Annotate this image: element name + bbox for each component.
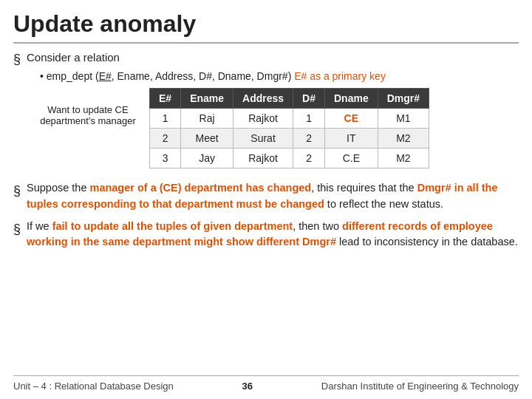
emp-dept-table: E# Ename Address D# Dname Dmgr# 1 Raj Ra…: [149, 88, 429, 168]
footer-left: Unit – 4 : Relational Database Design: [13, 381, 174, 392]
divider: [13, 42, 519, 44]
col-dmgr: Dmgr#: [378, 89, 429, 109]
col-d: D#: [293, 89, 325, 109]
page: Update anomaly § Consider a relation • e…: [0, 0, 532, 399]
table-row: 3 Jay Rajkot 2 C.E M2: [150, 149, 429, 168]
cell-e: 2: [150, 129, 181, 149]
col-ename: Ename: [181, 89, 233, 109]
section-bullet1: § Consider a relation • emp_dept (E#, En…: [13, 51, 519, 174]
col-e: E#: [150, 89, 181, 109]
cell-ename: Meet: [181, 129, 233, 149]
table-row: 1 Raj Rajkot 1 CE M1: [150, 109, 429, 129]
subbullet: • emp_dept (E#, Ename, Address, D#, Dnam…: [40, 70, 519, 82]
cell-dname: IT: [324, 129, 378, 149]
cell-d: 2: [293, 149, 325, 168]
cell-d: 2: [293, 129, 325, 149]
table-header-row: E# Ename Address D# Dname Dmgr#: [150, 89, 429, 109]
cell-dmgr: M2: [378, 129, 429, 149]
bullet2-highlight1: manager of a (CE) department has changed: [89, 182, 311, 194]
table-area: Want to update CE department's manager E…: [40, 88, 519, 168]
cell-ename: Raj: [181, 109, 233, 129]
bullet2: § Suppose the manager of a (CE) departme…: [13, 180, 519, 213]
footer-right: Darshan Institute of Engineering & Techn…: [321, 381, 519, 392]
cell-e: 1: [150, 109, 181, 129]
pk-label: E# as a primary key: [294, 70, 386, 82]
footer: Unit – 4 : Relational Database Design 36…: [13, 375, 519, 392]
cell-address: Rajkot: [233, 109, 293, 129]
footer-center: 36: [242, 381, 253, 392]
cell-dname: CE: [324, 109, 378, 129]
bullet2-text: Suppose the manager of a (CE) department…: [27, 180, 519, 213]
cell-dmgr: M2: [378, 149, 429, 168]
col-address: Address: [233, 89, 293, 109]
cell-address: Rajkot: [233, 149, 293, 168]
cell-ename: Jay: [181, 149, 233, 168]
cell-d: 1: [293, 109, 325, 129]
page-title: Update anomaly: [13, 10, 519, 38]
subbullet-pk: E#: [99, 70, 112, 82]
bullet3: § If we fail to update all the tuples of…: [13, 219, 519, 251]
bullet2-symbol: §: [13, 181, 21, 201]
bullet1-text: Consider a relation: [27, 51, 120, 64]
cell-dmgr: M1: [378, 109, 429, 129]
cell-dname: C.E: [324, 149, 378, 168]
bullet3-symbol: §: [13, 219, 21, 239]
bullet1-symbol: §: [13, 52, 21, 67]
cell-address: Surat: [233, 129, 293, 149]
want-to-update-label: Want to update CE department's manager: [40, 104, 136, 126]
bullet1-row: § Consider a relation: [13, 51, 519, 67]
ce-cell: CE: [344, 112, 358, 124]
col-dname: Dname: [324, 89, 378, 109]
table-row: 2 Meet Surat 2 IT M2: [150, 129, 429, 149]
bullet3-text: If we fail to update all the tuples of g…: [27, 219, 519, 251]
cell-e: 3: [150, 149, 181, 168]
bullet3-highlight1: fail to update all the tuples of given d…: [52, 220, 293, 232]
